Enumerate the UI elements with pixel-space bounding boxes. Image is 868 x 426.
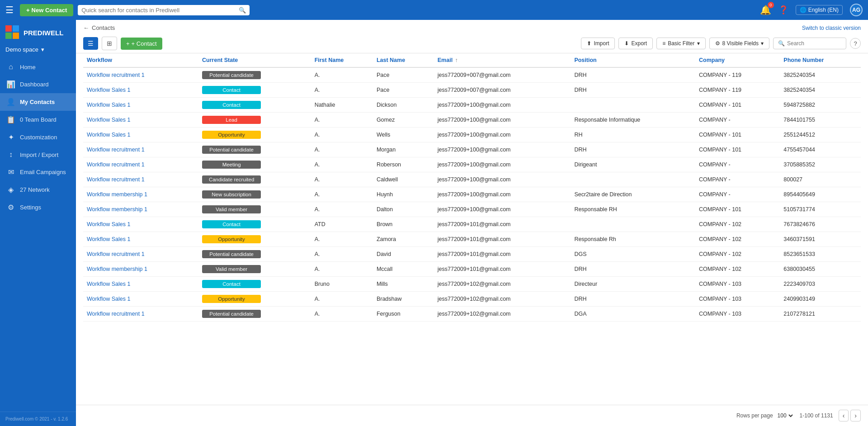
switch-classic-link[interactable]: Switch to classic version [802, 25, 861, 31]
workflow-link[interactable]: Workflow recruitment 1 [87, 147, 145, 153]
col-email[interactable]: Email ↑ [434, 53, 571, 67]
table-row[interactable]: Workflow Sales 1 Contact A. Pace jess772… [83, 83, 861, 98]
workspace-selector[interactable]: Demo space ▾ [0, 43, 76, 58]
table-header: Workflow Current State First Name Last N… [83, 53, 861, 67]
user-avatar[interactable]: AG [850, 4, 863, 16]
sidebar-item-label: Home [20, 64, 70, 71]
cell-position: DRH [571, 83, 695, 98]
visible-fields-button[interactable]: ⚙ 8 Visible Fields ▾ [709, 38, 769, 49]
workflow-link[interactable]: Workflow Sales 1 [87, 117, 130, 123]
table-row[interactable]: Workflow Sales 1 Contact Nathalie Dickso… [83, 98, 861, 113]
export-button[interactable]: ⬇ Export [618, 38, 653, 49]
sidebar-item-customization[interactable]: ✦ Customization [0, 128, 76, 146]
workflow-link[interactable]: Workflow Sales 1 [87, 132, 130, 138]
workflow-link[interactable]: Workflow Sales 1 [87, 221, 130, 227]
table-row[interactable]: Workflow membership 1 New subscription A… [83, 187, 861, 202]
col-workflow[interactable]: Workflow [83, 53, 198, 67]
cell-state: Contact [198, 98, 311, 113]
import-button[interactable]: ⬆ Import [581, 38, 615, 49]
cell-phone: 8954405649 [780, 187, 861, 202]
workflow-link[interactable]: Workflow membership 1 [87, 266, 147, 272]
cell-state: Potential candidate [198, 247, 311, 262]
table-search-input[interactable] [787, 40, 841, 47]
sidebar-item-network[interactable]: ◈ 27 Network [0, 181, 76, 199]
cell-phone: 4755457044 [780, 142, 861, 157]
menu-icon[interactable]: ☰ [5, 5, 14, 15]
global-search-input[interactable] [81, 7, 236, 14]
table-row[interactable]: Workflow Sales 1 Lead A. Gomez jess77200… [83, 113, 861, 128]
workflow-link[interactable]: Workflow Sales 1 [87, 102, 130, 108]
table-help-button[interactable]: ? [850, 38, 861, 49]
table-search-bar[interactable]: 🔍 [773, 38, 846, 49]
global-search-bar[interactable]: 🔍 [78, 5, 250, 15]
filter-button[interactable]: ≡ Basic Filter ▾ [656, 38, 705, 49]
filter-label: Basic Filter [668, 40, 694, 47]
cell-first-name: Bruno [311, 277, 373, 292]
pagination: Rows per page 100 50 25 1-100 of 1131 ‹ … [76, 405, 868, 426]
sidebar-item-label: Email Campaigns [20, 169, 70, 175]
table-row[interactable]: Workflow Sales 1 Contact ATD Brown jess7… [83, 217, 861, 232]
sidebar-item-label: My Contacts [20, 99, 70, 105]
list-view-button[interactable]: ☰ [83, 37, 98, 50]
back-arrow[interactable]: ← [83, 24, 89, 31]
sidebar-item-home[interactable]: ⌂ Home [0, 58, 76, 76]
col-position[interactable]: Position [571, 53, 695, 67]
cell-first-name: A. [311, 307, 373, 322]
email-icon: ✉ [6, 168, 15, 176]
workflow-link[interactable]: Workflow Sales 1 [87, 87, 130, 93]
workflow-link[interactable]: Workflow recruitment 1 [87, 72, 145, 78]
cell-workflow: Workflow Sales 1 [83, 232, 198, 247]
prev-page-button[interactable]: ‹ [839, 410, 849, 421]
new-contact-button[interactable]: + New Contact [20, 4, 73, 16]
table-row[interactable]: Workflow Sales 1 Opportunity A. Wells je… [83, 128, 861, 142]
cell-first-name: A. [311, 172, 373, 187]
table-row[interactable]: Workflow recruitment 1 Potential candida… [83, 307, 861, 322]
table-row[interactable]: Workflow Sales 1 Opportunity A. Zamora j… [83, 232, 861, 247]
sidebar-item-settings[interactable]: ⚙ Settings [0, 199, 76, 216]
workflow-link[interactable]: Workflow recruitment 1 [87, 251, 145, 257]
sidebar-item-team-board[interactable]: 📋 0 Team Board [0, 111, 76, 128]
workflow-link[interactable]: Workflow Sales 1 [87, 236, 130, 242]
col-company[interactable]: Company [695, 53, 780, 67]
sidebar-item-my-contacts[interactable]: 👤 My Contacts [0, 93, 76, 111]
col-first-name[interactable]: First Name [311, 53, 373, 67]
sidebar-item-import-export[interactable]: ↕ Import / Export [0, 146, 76, 163]
customization-icon: ✦ [6, 133, 15, 142]
cell-last-name: Dalton [373, 202, 434, 217]
notifications-bell[interactable]: 🔔 0 [760, 5, 771, 15]
cell-company: COMPANY - [695, 187, 780, 202]
table-row[interactable]: Workflow recruitment 1 Candidate recruit… [83, 172, 861, 187]
col-current-state[interactable]: Current State [198, 53, 311, 67]
workflow-link[interactable]: Workflow recruitment 1 [87, 161, 145, 168]
table-row[interactable]: Workflow membership 1 Valid member A. Mc… [83, 262, 861, 277]
add-contact-button[interactable]: + + Contact [121, 38, 162, 50]
workflow-link[interactable]: Workflow recruitment 1 [87, 176, 145, 183]
table-row[interactable]: Workflow recruitment 1 Potential candida… [83, 247, 861, 262]
workflow-link[interactable]: Workflow membership 1 [87, 206, 147, 213]
help-icon[interactable]: ❓ [778, 5, 788, 15]
workflow-link[interactable]: Workflow recruitment 1 [87, 311, 145, 317]
table-row[interactable]: Workflow recruitment 1 Potential candida… [83, 67, 861, 83]
table-row[interactable]: Workflow Sales 1 Opportunity A. Bradshaw… [83, 292, 861, 307]
sidebar-item-dashboard[interactable]: 📊 Dashboard [0, 76, 76, 93]
rows-per-page-select[interactable]: 100 50 25 [776, 412, 794, 419]
col-phone[interactable]: Phone Number [780, 53, 861, 67]
cell-email: jess772009+007@gmail.com [434, 83, 571, 98]
table-row[interactable]: Workflow recruitment 1 Potential candida… [83, 142, 861, 157]
col-last-name[interactable]: Last Name [373, 53, 434, 67]
table-row[interactable]: Workflow Sales 1 Contact Bruno Mills jes… [83, 277, 861, 292]
table-row[interactable]: Workflow recruitment 1 Meeting A. Robers… [83, 157, 861, 172]
workflow-link[interactable]: Workflow membership 1 [87, 191, 147, 198]
cell-phone: 5948725882 [780, 98, 861, 113]
next-page-button[interactable]: › [850, 410, 861, 421]
workflow-link[interactable]: Workflow Sales 1 [87, 281, 130, 287]
table-row[interactable]: Workflow membership 1 Valid member A. Da… [83, 202, 861, 217]
search-icon: 🔍 [239, 7, 246, 14]
sidebar-item-email-campaigns[interactable]: ✉ Email Campaigns [0, 163, 76, 181]
workflow-link[interactable]: Workflow Sales 1 [87, 296, 130, 302]
cell-workflow: Workflow recruitment 1 [83, 157, 198, 172]
grid-view-button[interactable]: ⊞ [102, 37, 117, 50]
language-selector[interactable]: 🌐 English (EN) [796, 5, 843, 15]
cell-last-name: Brown [373, 217, 434, 232]
sidebar-item-label: Dashboard [20, 81, 70, 88]
